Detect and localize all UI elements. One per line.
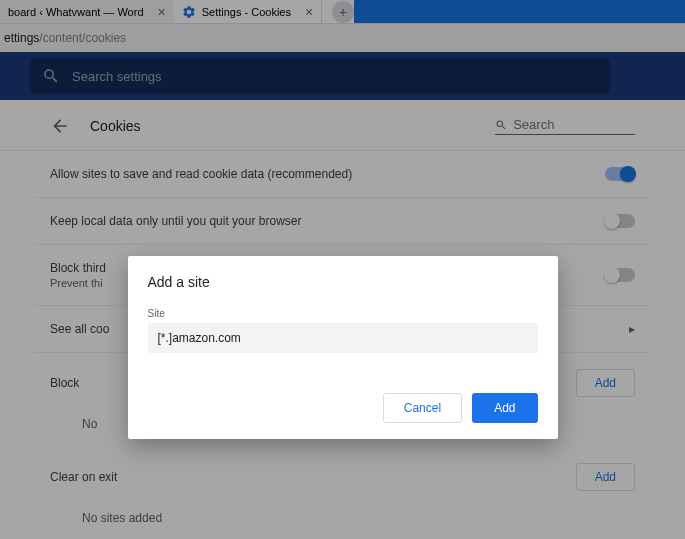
site-input[interactable] xyxy=(148,323,538,353)
cancel-button[interactable]: Cancel xyxy=(383,393,462,423)
dialog-buttons: Cancel Add xyxy=(148,393,538,423)
dialog-title: Add a site xyxy=(148,274,538,290)
modal-overlay: Add a site Site Cancel Add xyxy=(0,0,685,539)
add-site-dialog: Add a site Site Cancel Add xyxy=(128,256,558,439)
dialog-site-label: Site xyxy=(148,308,538,319)
add-button[interactable]: Add xyxy=(472,393,537,423)
